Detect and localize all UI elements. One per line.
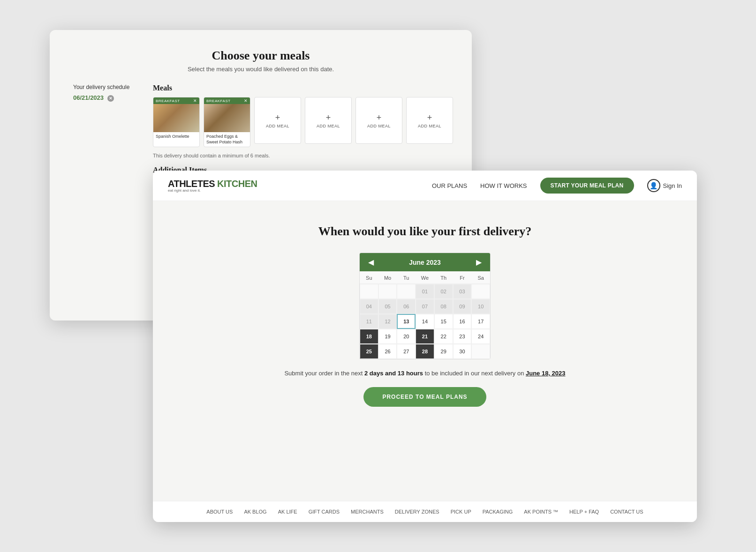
add-plus-icon-4: + xyxy=(427,113,432,123)
weekday-tu: Tu xyxy=(397,271,416,284)
cal-day-20[interactable]: 20 xyxy=(397,329,416,344)
cal-day-11[interactable]: 11 xyxy=(360,314,378,329)
calendar: ◀ June 2023 ▶ Su Mo Tu We Th Fr Sa xyxy=(359,253,491,359)
cal-day-09[interactable]: 09 xyxy=(453,299,472,314)
page-question: When would you like your first delivery? xyxy=(318,224,532,239)
cal-day-21[interactable]: 21 xyxy=(416,329,434,344)
calendar-week-4: 18 19 20 21 22 23 24 xyxy=(360,329,490,344)
calendar-week-2: 04 05 06 07 08 09 10 xyxy=(360,299,490,314)
footer-pick-up[interactable]: PICK UP xyxy=(451,509,471,515)
meal-image-1 xyxy=(153,104,199,132)
meal-card-1[interactable]: BREAKFAST ✕ Spanish Omelette xyxy=(153,97,200,147)
cal-day-14[interactable]: 14 xyxy=(416,314,434,329)
meal-tag-1: BREAKFAST ✕ xyxy=(153,97,199,104)
cal-day-27[interactable]: 27 xyxy=(397,344,416,359)
cal-day-empty-4 xyxy=(471,284,490,299)
meal-name-2: Poached Eggs & Sweet Potato Hash xyxy=(204,132,250,147)
cal-day-02[interactable]: 02 xyxy=(434,284,453,299)
weekday-sa: Sa xyxy=(471,271,490,284)
countdown-prefix: Submit your order in the next xyxy=(284,370,363,377)
cal-day-23[interactable]: 23 xyxy=(453,329,472,344)
weekday-we: We xyxy=(416,271,434,284)
footer: ABOUT US AK BLOG AK LIFE GIFT CARDS MERC… xyxy=(153,501,697,522)
cal-day-04[interactable]: 04 xyxy=(360,299,378,314)
cal-day-empty-1 xyxy=(360,284,378,299)
footer-help-faq[interactable]: HELP + FAQ xyxy=(569,509,599,515)
countdown-bold: 2 days and 13 hours xyxy=(364,370,423,377)
add-meal-3[interactable]: + ADD MEAL xyxy=(355,97,402,144)
user-icon: 👤 xyxy=(647,179,660,192)
sign-in-button[interactable]: 👤 Sign In xyxy=(647,179,682,192)
cal-day-13[interactable]: 13 xyxy=(397,314,416,329)
countdown-text: Submit your order in the next 2 days and… xyxy=(284,370,565,377)
weekday-su: Su xyxy=(360,271,378,284)
weekday-mo: Mo xyxy=(378,271,397,284)
cal-day-25[interactable]: 25 xyxy=(360,344,378,359)
weekday-fr: Fr xyxy=(453,271,472,284)
footer-delivery-zones[interactable]: DELIVERY ZONES xyxy=(395,509,439,515)
footer-ak-life[interactable]: AK LIFE xyxy=(278,509,297,515)
countdown-suffix: to be included in our next delivery on xyxy=(425,370,526,377)
footer-packaging[interactable]: PACKAGING xyxy=(483,509,513,515)
min-meals-note: This delivery should contain a minimum o… xyxy=(153,153,453,158)
cal-day-05[interactable]: 05 xyxy=(378,299,397,314)
meals-row: BREAKFAST ✕ Spanish Omelette BREAKFAST ✕ xyxy=(153,97,453,147)
sign-in-label: Sign In xyxy=(663,182,682,189)
footer-about-us[interactable]: ABOUT US xyxy=(206,509,233,515)
add-meal-2[interactable]: + ADD MEAL xyxy=(305,97,352,144)
main-content: When would you like your first delivery?… xyxy=(153,201,697,421)
front-card: ATHLETES KITCHEN eat right and love it. … xyxy=(153,171,697,522)
calendar-grid: Su Mo Tu We Th Fr Sa 01 02 xyxy=(360,271,490,359)
cal-day-24[interactable]: 24 xyxy=(471,329,490,344)
navbar: ATHLETES KITCHEN eat right and love it. … xyxy=(153,171,697,201)
cal-day-10[interactable]: 10 xyxy=(471,299,490,314)
cal-day-28[interactable]: 28 xyxy=(416,344,434,359)
footer-merchants[interactable]: MERCHANTS xyxy=(351,509,384,515)
calendar-prev-button[interactable]: ◀ xyxy=(366,258,376,267)
meal-tag-2: BREAKFAST ✕ xyxy=(204,97,250,104)
cal-day-empty-5 xyxy=(471,344,490,359)
footer-contact-us[interactable]: CONTACT US xyxy=(610,509,643,515)
nav-our-plans[interactable]: OUR PLANS xyxy=(432,182,467,189)
logo: ATHLETES KITCHEN eat right and love it. xyxy=(168,179,257,193)
cal-day-26[interactable]: 26 xyxy=(378,344,397,359)
cal-day-12[interactable]: 12 xyxy=(378,314,397,329)
calendar-next-button[interactable]: ▶ xyxy=(474,258,484,267)
meal-card-2[interactable]: BREAKFAST ✕ Poached Eggs & Sweet Potato … xyxy=(204,97,250,147)
logo-kitchen: KITCHEN xyxy=(217,179,257,189)
meals-section-label: Meals xyxy=(153,84,453,92)
cal-day-16[interactable]: 16 xyxy=(453,314,472,329)
calendar-week-3: 11 12 13 14 15 16 17 xyxy=(360,314,490,329)
calendar-weekdays-row: Su Mo Tu We Th Fr Sa xyxy=(360,271,490,284)
cal-day-17[interactable]: 17 xyxy=(471,314,490,329)
add-plus-icon-1: + xyxy=(275,113,280,123)
meal-close-1[interactable]: ✕ xyxy=(193,98,197,103)
cal-day-15[interactable]: 15 xyxy=(434,314,453,329)
footer-gift-cards[interactable]: GIFT CARDS xyxy=(309,509,340,515)
logo-tagline: eat right and love it. xyxy=(168,189,257,193)
cal-day-19[interactable]: 19 xyxy=(378,329,397,344)
cal-day-07[interactable]: 07 xyxy=(416,299,434,314)
add-meal-4[interactable]: + ADD MEAL xyxy=(406,97,453,144)
delivery-date-link[interactable]: June 18, 2023 xyxy=(526,370,566,377)
footer-ak-blog[interactable]: AK BLOG xyxy=(244,509,266,515)
footer-ak-points[interactable]: AK POINTS ™ xyxy=(524,509,558,515)
cal-day-06[interactable]: 06 xyxy=(397,299,416,314)
proceed-button[interactable]: PROCEED TO MEAL PLANS xyxy=(363,387,486,407)
add-meal-1[interactable]: + ADD MEAL xyxy=(254,97,301,144)
cal-day-22[interactable]: 22 xyxy=(434,329,453,344)
cal-day-03[interactable]: 03 xyxy=(453,284,472,299)
nav-how-it-works[interactable]: HOW IT WORKS xyxy=(480,182,527,189)
cal-day-01[interactable]: 01 xyxy=(416,284,434,299)
cal-day-08[interactable]: 08 xyxy=(434,299,453,314)
delivery-date: 06/21/2023 ✕ xyxy=(73,94,134,102)
cal-day-18[interactable]: 18 xyxy=(360,329,378,344)
weekday-th: Th xyxy=(434,271,453,284)
calendar-week-1: 01 02 03 xyxy=(360,284,490,299)
cal-day-30[interactable]: 30 xyxy=(453,344,472,359)
logo-athletes: ATHLETES xyxy=(168,179,215,189)
cal-day-29[interactable]: 29 xyxy=(434,344,453,359)
start-meal-plan-button[interactable]: START YOUR MEAL PLAN xyxy=(540,178,634,194)
calendar-header: ◀ June 2023 ▶ xyxy=(360,253,490,271)
meal-close-2[interactable]: ✕ xyxy=(244,98,248,103)
